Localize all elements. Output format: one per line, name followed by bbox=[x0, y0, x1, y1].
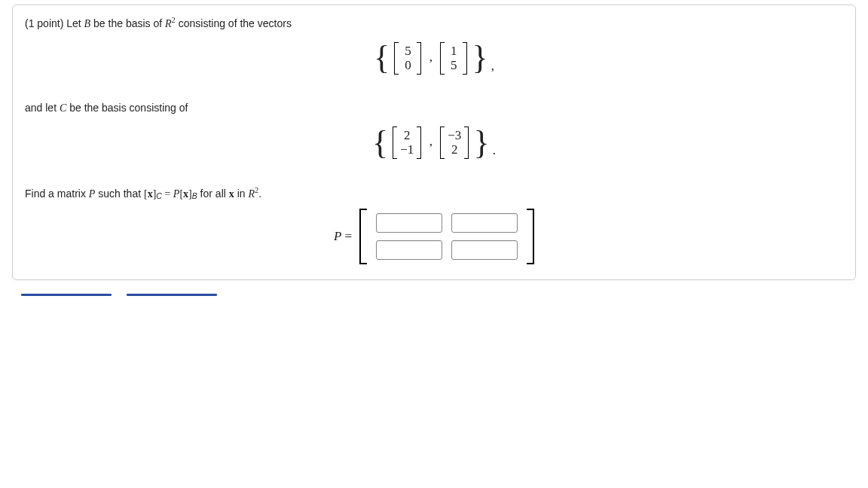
matrix-P-input: P = bbox=[25, 209, 843, 264]
right-bracket-icon bbox=[527, 209, 534, 264]
points: (1 point) bbox=[25, 17, 63, 29]
vector-B1: 50 bbox=[394, 42, 421, 75]
prompt-line-2: and let C be the basis consisting of bbox=[25, 100, 843, 116]
matrix-entry-21[interactable] bbox=[376, 240, 442, 260]
right-brace-icon bbox=[472, 43, 487, 73]
matrix-entry-12[interactable] bbox=[451, 213, 518, 233]
left-bracket-icon bbox=[359, 209, 367, 264]
right-brace-icon bbox=[473, 128, 489, 158]
basis-C-display: 2−1 , −3 2 . bbox=[25, 127, 843, 159]
problem-container: (1 point) Let B be the basis of R2 consi… bbox=[12, 5, 856, 280]
vector-C1: 2−1 bbox=[393, 127, 421, 159]
vector-C2: −3 2 bbox=[440, 127, 469, 159]
prompt-line-3: Find a matrix P such that [x]C = P[x]B f… bbox=[25, 185, 843, 203]
basis-B-symbol: B bbox=[84, 18, 91, 29]
footer-links-placeholder bbox=[21, 286, 868, 298]
basis-C-symbol: C bbox=[60, 102, 66, 114]
prompt-line-1: (1 point) Let B be the basis of R2 consi… bbox=[25, 14, 843, 32]
left-brace-icon bbox=[372, 128, 388, 158]
matrix-entry-22[interactable] bbox=[451, 240, 518, 260]
x-vector: x bbox=[148, 188, 153, 200]
R-symbol: R bbox=[165, 18, 172, 29]
left-brace-icon bbox=[374, 43, 390, 73]
vector-B2: 15 bbox=[440, 42, 467, 75]
basis-B-display: 50 , 15 , bbox=[25, 42, 843, 75]
matrix-entry-11[interactable] bbox=[376, 213, 442, 233]
